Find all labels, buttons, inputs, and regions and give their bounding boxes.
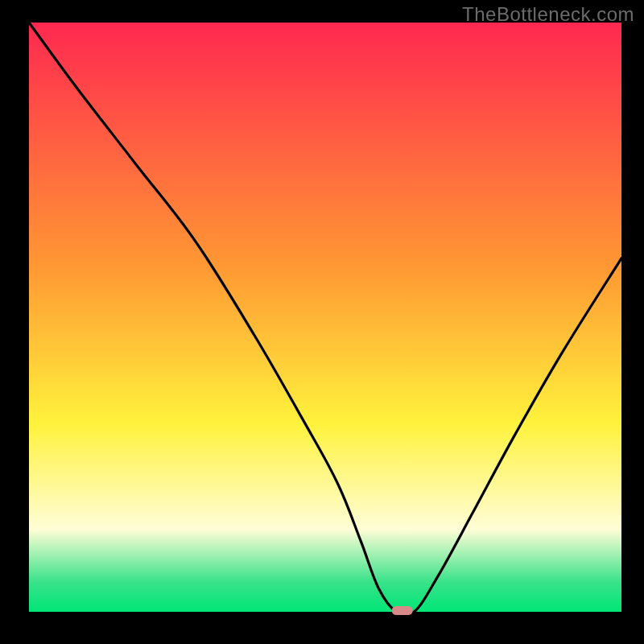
- bottleneck-chart-svg: [0, 0, 644, 644]
- watermark-text: TheBottleneck.com: [462, 3, 634, 26]
- optimum-marker: [392, 606, 413, 615]
- chart-root: TheBottleneck.com: [0, 0, 644, 644]
- plot-area: [29, 23, 621, 612]
